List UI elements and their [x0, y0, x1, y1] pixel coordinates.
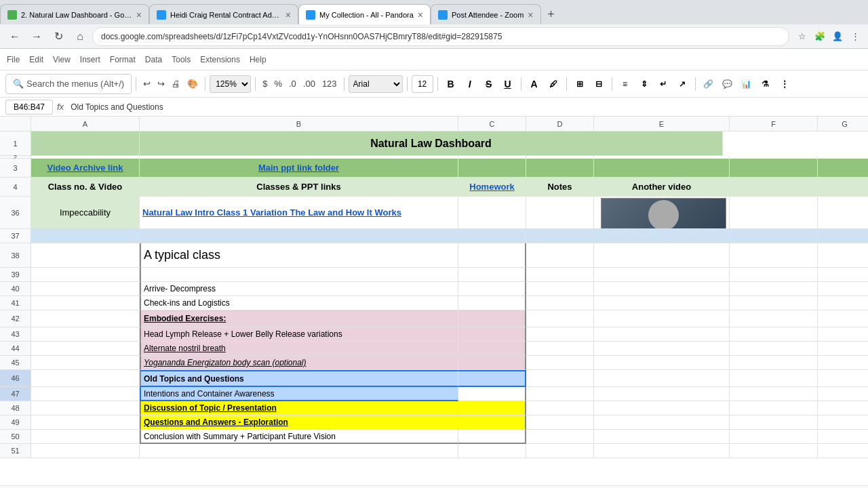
cell-d40[interactable] [526, 282, 594, 296]
cell-b44[interactable]: Alternate nostril breath [140, 342, 458, 356]
undo-button[interactable]: ↩ [140, 75, 153, 94]
cell-c49[interactable] [458, 415, 526, 430]
cell-reference[interactable]: B46:B47 [5, 100, 53, 115]
cell-g46[interactable] [818, 370, 868, 387]
cell-g47[interactable] [818, 387, 868, 401]
cell-f51[interactable] [730, 444, 818, 458]
cell-c40[interactable] [458, 282, 526, 296]
cell-d4[interactable]: Notes [526, 178, 594, 197]
new-tab-button[interactable]: + [541, 4, 561, 24]
cell-a4[interactable]: Class no. & Video [31, 178, 140, 197]
cell-e39[interactable] [594, 268, 730, 282]
cell-g37[interactable] [818, 229, 868, 243]
cell-c50[interactable] [458, 430, 526, 444]
cell-c44[interactable] [458, 342, 526, 356]
valign-button[interactable]: ⇕ [635, 75, 653, 93]
cell-c4[interactable]: Homework [458, 178, 526, 197]
row-num-42[interactable]: 42 [0, 310, 31, 327]
address-bar[interactable]: docs.google.com/spreadsheets/d/1zFi7pCp1… [92, 27, 789, 46]
cell-g43[interactable] [818, 327, 868, 342]
cell-b48[interactable]: Discussion of Topic / Presentation [140, 401, 458, 415]
percent-button[interactable]: % [271, 75, 285, 94]
cell-e44[interactable] [594, 342, 730, 356]
cell-f41[interactable] [730, 296, 818, 310]
bookmark-icon[interactable]: ☆ [795, 29, 810, 44]
align-button[interactable]: ≡ [616, 75, 634, 93]
cell-d44[interactable] [526, 342, 594, 356]
cell-g36[interactable] [818, 197, 868, 229]
row-num-3[interactable]: 3 [0, 159, 31, 178]
cell-b38[interactable]: A typical class [140, 243, 458, 268]
underline-button[interactable]: U [499, 75, 517, 93]
cell-d42[interactable] [526, 310, 594, 327]
bold-button[interactable]: B [442, 75, 460, 93]
merge-button[interactable]: ⊟ [590, 75, 608, 93]
cell-d38[interactable] [526, 243, 594, 268]
menu-help[interactable]: Help [245, 54, 271, 66]
cell-b41[interactable]: Check-ins and Logistics [140, 296, 458, 310]
cell-c39[interactable] [458, 268, 526, 282]
decimal-inc-button[interactable]: .00 [300, 75, 318, 94]
cell-c43[interactable] [458, 327, 526, 342]
cell-c3[interactable] [458, 159, 526, 178]
highlight-button[interactable]: 🖊 [545, 75, 562, 93]
cell-f47[interactable] [730, 387, 818, 401]
link-button[interactable]: 🔗 [700, 75, 717, 93]
cell-a41[interactable] [31, 296, 140, 310]
tab-close-1[interactable]: × [136, 9, 142, 20]
menu-data[interactable]: Data [141, 54, 166, 66]
cell-f40[interactable] [730, 282, 818, 296]
cell-d39[interactable] [526, 268, 594, 282]
rotate-button[interactable]: ↗ [673, 75, 691, 93]
cell-a1[interactable] [31, 131, 140, 156]
col-header-d[interactable]: D [526, 117, 594, 131]
cell-c38[interactable] [458, 243, 526, 268]
cell-b40[interactable]: Arrive- Decompress [140, 282, 458, 296]
menu-edit[interactable]: Edit [25, 54, 47, 66]
col-header-b[interactable]: B [140, 117, 458, 131]
cell-d3[interactable] [526, 159, 594, 178]
cell-f38[interactable] [730, 243, 818, 268]
row-num-39[interactable]: 39 [0, 268, 31, 282]
cell-a36[interactable]: Impeccability [31, 197, 140, 229]
cell-b36[interactable]: Natural Law Intro Class 1 Variation The … [140, 197, 458, 229]
formula-content[interactable]: Old Topics and Questions [68, 102, 863, 112]
cell-f43[interactable] [730, 327, 818, 342]
cell-c37[interactable] [458, 229, 526, 243]
cell-e45[interactable] [594, 356, 730, 370]
settings-icon[interactable]: ⋮ [848, 29, 863, 44]
cell-a3[interactable]: Video Archive link [31, 159, 140, 178]
cell-c41[interactable] [458, 296, 526, 310]
tab-close-4[interactable]: × [528, 9, 533, 20]
format-number-button[interactable]: 123 [319, 75, 340, 94]
search-menus-input[interactable]: 🔍 Search the menus (Alt+/) [5, 74, 132, 94]
tab-heidi[interactable]: Heidi Craig Rental Contract Add... × [149, 4, 298, 24]
cell-e37[interactable] [594, 229, 730, 243]
cell-g41[interactable] [818, 296, 868, 310]
chart-button[interactable]: 📊 [738, 75, 755, 93]
cell-d49[interactable] [526, 415, 594, 430]
main-ppt-link[interactable]: Main ppt link folder [258, 163, 339, 173]
cell-a48[interactable] [31, 401, 140, 415]
cell-g48[interactable] [818, 401, 868, 415]
cell-g49[interactable] [818, 415, 868, 430]
cell-g44[interactable] [818, 342, 868, 356]
cell-a50[interactable] [31, 430, 140, 444]
cell-a49[interactable] [31, 415, 140, 430]
cell-c46[interactable] [458, 370, 526, 387]
cell-a42[interactable] [31, 310, 140, 327]
extensions-icon[interactable]: 🧩 [812, 29, 827, 44]
cell-e49[interactable] [594, 415, 730, 430]
cell-a38[interactable] [31, 243, 140, 268]
cell-c48[interactable] [458, 401, 526, 415]
cell-f42[interactable] [730, 310, 818, 327]
col-header-e[interactable]: E [594, 117, 730, 131]
strikethrough-button[interactable]: S [480, 75, 498, 93]
menu-extensions[interactable]: Extensions [196, 54, 244, 66]
cell-e42[interactable] [594, 310, 730, 327]
row-num-51[interactable]: 51 [0, 444, 31, 458]
cell-g40[interactable] [818, 282, 868, 296]
row-num-40[interactable]: 40 [0, 282, 31, 296]
cell-f3[interactable] [730, 159, 818, 178]
cell-d36[interactable] [526, 197, 594, 229]
